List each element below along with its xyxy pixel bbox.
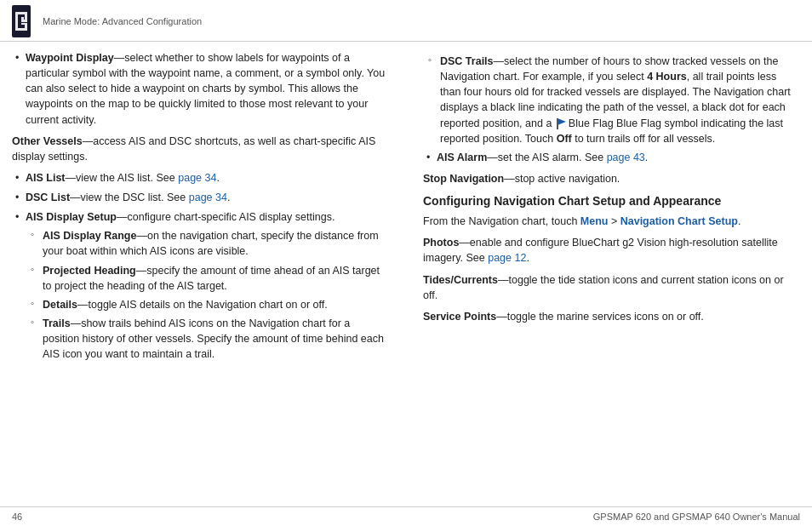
dsc-trails-label: DSC Trails bbox=[440, 55, 494, 67]
intro-text: From the Navigation chart, touch bbox=[423, 215, 580, 227]
right-column: DSC Trails—select the number of hours to… bbox=[415, 50, 800, 486]
other-vessels-para: Other Vessels—access AIS and DSC shortcu… bbox=[12, 134, 389, 164]
waypoint-display-label: Waypoint Display bbox=[26, 52, 114, 64]
stop-navigation-text: —stop active navigation. bbox=[504, 173, 620, 185]
dsc-list-text: —view the DSC list. See bbox=[70, 192, 189, 203]
nav-chart-intro: From the Navigation chart, touch Menu > … bbox=[423, 214, 800, 229]
ais-display-setup-label: AIS Display Setup bbox=[26, 211, 117, 223]
main-bullet-list: Waypoint Display—select whether to show … bbox=[12, 50, 389, 128]
page-header-title: Marine Mode: Advanced Configuration bbox=[43, 16, 202, 26]
blue-flag-icon bbox=[556, 117, 568, 129]
tides-currents-para: Tides/Currents—toggle the tide station i… bbox=[423, 272, 800, 303]
details-item: Details—toggle AIS details on the Naviga… bbox=[26, 297, 389, 312]
dsc-trails-flag-text: Blue Flag bbox=[569, 117, 614, 129]
dsc-trails-item: DSC Trails—select the number of hours to… bbox=[423, 54, 800, 146]
ais-alarm-item: AIS Alarm—set the AIS alarm. See page 43… bbox=[423, 150, 800, 165]
ais-list-link[interactable]: page 34 bbox=[178, 172, 216, 184]
waypoint-display-item: Waypoint Display—select whether to show … bbox=[12, 50, 389, 128]
menu-link[interactable]: Menu bbox=[580, 215, 609, 227]
ais-alarm-text: —set the AIS alarm. See bbox=[487, 152, 606, 163]
projected-heading-item: Projected Heading—specify the amount of … bbox=[26, 263, 389, 294]
ais-list-item: AIS List—view the AIS list. See page 34. bbox=[12, 170, 389, 186]
ais-display-range-label: AIS Display Range bbox=[43, 230, 136, 242]
photos-para: Photos—enable and configure BlueChart g2… bbox=[423, 235, 800, 266]
intro-end: . bbox=[738, 215, 741, 227]
main-content: Waypoint Display—select whether to show … bbox=[0, 42, 812, 495]
ais-sub-list: AIS Display Range—on the navigation char… bbox=[26, 228, 389, 362]
projected-heading-label: Projected Heading bbox=[43, 265, 136, 277]
arrow-text: > bbox=[608, 215, 620, 227]
config-section-heading: Configuring Navigation Chart Setup and A… bbox=[423, 193, 800, 209]
details-label: Details bbox=[43, 299, 77, 311]
ais-alarm-label: AIS Alarm bbox=[437, 152, 487, 163]
service-points-label: Service Points bbox=[423, 311, 496, 323]
dsc-list-link[interactable]: page 34 bbox=[189, 192, 227, 203]
service-points-para: Service Points—toggle the marine service… bbox=[423, 309, 800, 324]
garmin-logo-icon bbox=[12, 5, 31, 37]
details-text: —toggle AIS details on the Navigation ch… bbox=[77, 299, 328, 311]
trails-item: Trails—show trails behind AIS icons on t… bbox=[26, 316, 389, 362]
nav-chart-setup-link[interactable]: Navigation Chart Setup bbox=[620, 215, 738, 227]
dsc-trails-off-label: Off bbox=[557, 133, 572, 145]
left-column: Waypoint Display—select whether to show … bbox=[12, 50, 397, 486]
right-sub-list: DSC Trails—select the number of hours to… bbox=[423, 54, 800, 146]
photos-text: —enable and configure BlueChart g2 Visio… bbox=[423, 237, 778, 264]
tides-currents-label: Tides/Currents bbox=[423, 274, 498, 286]
ais-alarm-link[interactable]: page 43 bbox=[607, 152, 645, 163]
trails-label: Trails bbox=[43, 317, 71, 329]
photos-link[interactable]: page 12 bbox=[488, 252, 526, 264]
svg-rect-2 bbox=[557, 118, 558, 129]
stop-navigation-label: Stop Navigation bbox=[423, 173, 504, 185]
page-header: Marine Mode: Advanced Configuration bbox=[0, 0, 812, 42]
dsc-list-label: DSC List bbox=[26, 192, 70, 203]
dsc-list-item: DSC List—view the DSC list. See page 34. bbox=[12, 190, 389, 205]
photos-label: Photos bbox=[423, 237, 459, 249]
service-points-text: —toggle the marine services icons on or … bbox=[496, 311, 704, 323]
dsc-trails-bold: 4 Hours bbox=[647, 71, 687, 83]
ais-dsc-bullet-list: AIS List—view the AIS list. See page 34.… bbox=[12, 170, 389, 362]
ais-display-setup-item: AIS Display Setup—configure chart-specif… bbox=[12, 209, 389, 362]
other-vessels-label: Other Vessels bbox=[12, 135, 83, 147]
page-number: 46 bbox=[12, 512, 22, 522]
svg-marker-1 bbox=[558, 118, 566, 125]
ais-list-text: —view the AIS list. See bbox=[66, 172, 179, 184]
manual-title: GPSMAP 620 and GPSMAP 640 Owner's Manual bbox=[593, 512, 800, 522]
stop-navigation-para: Stop Navigation—stop active navigation. bbox=[423, 171, 800, 186]
right-bullet-list: AIS Alarm—set the AIS alarm. See page 43… bbox=[423, 150, 800, 165]
ais-display-setup-text: —configure chart-specific AIS display se… bbox=[117, 211, 335, 223]
dsc-trails-text-final: to turn trails off for all vessels. bbox=[572, 133, 716, 145]
trails-text: —show trails behind AIS icons on the Nav… bbox=[43, 317, 384, 360]
page-footer: 46 GPSMAP 620 and GPSMAP 640 Owner's Man… bbox=[0, 506, 812, 526]
ais-list-label: AIS List bbox=[26, 172, 66, 184]
ais-display-range-item: AIS Display Range—on the navigation char… bbox=[26, 228, 389, 259]
